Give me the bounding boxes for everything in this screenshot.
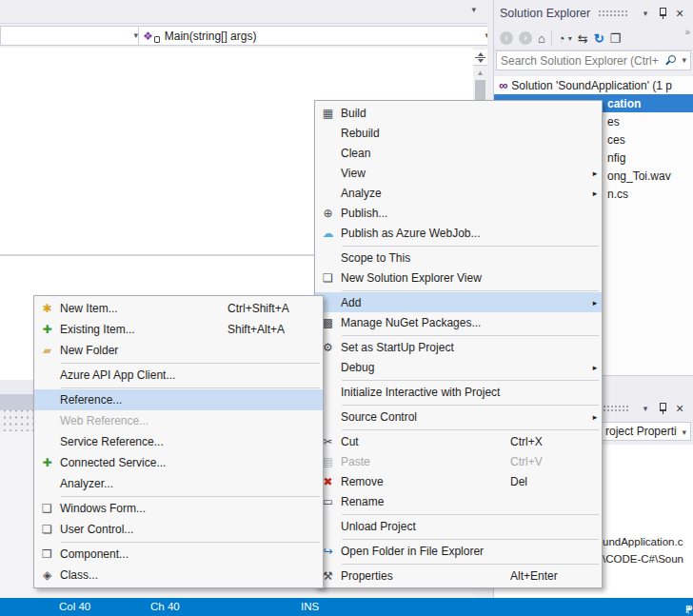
menu-item-label: New Folder [60, 344, 118, 357]
menu-item: ▸ [34, 361, 323, 365]
menu-item[interactable]: ▦ Build ▸ [315, 103, 602, 123]
menu-item-icon: ❏ [34, 524, 60, 535]
menu-item-shortcut: Shift+Alt+A [228, 323, 315, 336]
menu-item[interactable]: ✖ Remove Del ▸ [315, 471, 602, 491]
menu-item[interactable]: Debug ▸ [315, 357, 602, 377]
menu-item-label: Paste [341, 455, 370, 468]
menu-item[interactable]: Scope to This ▸ [315, 248, 602, 268]
menu-item: ▸ [315, 427, 602, 431]
collapse-all-icon[interactable]: ❐ [610, 32, 622, 45]
menu-item[interactable]: ✂ Cut Ctrl+X ▸ [315, 431, 602, 451]
menu-item-label: Publish as Azure WebJob... [341, 227, 481, 240]
menu-item[interactable]: ▩ Manage NuGet Packages... ▸ [315, 312, 602, 332]
window-position-icon[interactable]: ▾ [638, 401, 653, 416]
menu-item[interactable]: ⚙ Set as StartUp Project ▸ [315, 337, 602, 357]
submenu-arrow-icon: ▸ [588, 189, 602, 198]
menu-item[interactable]: Analyze ▸ [315, 183, 602, 203]
menu-item-label: Properties [341, 569, 393, 583]
navigation-bar-top: ▾ [0, 0, 487, 24]
menu-item-label: Windows Form... [60, 502, 146, 515]
menu-item-icon: ◈ [34, 569, 60, 581]
solution-explorer-toolbar: ‹ › ⌂ ◔ ▾ ⇆ ↻ ❐ » [494, 27, 693, 50]
menu-item-label: Web Reference... [60, 414, 148, 427]
visual-studio-solution-icon: ∞ [499, 78, 507, 92]
search-options-icon[interactable]: ▾ [682, 56, 686, 65]
home-icon[interactable]: ⌂ [538, 32, 545, 45]
menu-item[interactable]: Unload Project ▸ [315, 516, 602, 536]
property-value: \CODE-C#\Soun [603, 553, 683, 565]
menu-item-label: Azure API App Client... [60, 368, 175, 382]
window-position-icon[interactable]: ▾ [638, 6, 653, 21]
tree-item-solution[interactable]: ∞ Solution 'SoundApplication' (1 p [494, 76, 693, 94]
pending-changes-filter-icon[interactable]: ◔ [558, 32, 565, 45]
tree-item-label: n.cs [607, 188, 628, 201]
menu-item[interactable]: Service Reference... ▸ [34, 431, 323, 452]
menu-item: ▸ [34, 386, 323, 389]
pin-icon[interactable] [655, 401, 670, 416]
menu-item[interactable]: ❏ New Solution Explorer View ▸ [315, 268, 602, 288]
menu-item[interactable]: Reference... ▸ [34, 389, 323, 410]
menu-item-label: Build [341, 107, 366, 120]
menu-item-label: View [341, 167, 366, 180]
scroll-up-arrow-icon[interactable]: ▲ [473, 69, 487, 77]
menu-item-icon: ✚ [34, 324, 60, 335]
menu-item: ▸ [315, 561, 602, 566]
property-value: undApplication.c [603, 536, 683, 547]
menu-item[interactable]: Source Control ▸ [315, 407, 602, 427]
toolbar-overflow-icon[interactable]: » [684, 27, 690, 37]
pin-icon[interactable] [655, 6, 670, 21]
menu-item[interactable]: ▭ Rename ▸ [315, 491, 602, 511]
menu-item[interactable]: ↪ Open Folder in File Explorer ▸ [315, 541, 602, 561]
split-editor-handle[interactable] [473, 50, 487, 66]
sync-with-active-document-icon[interactable]: ⇆ [578, 32, 588, 45]
navigation-bar: ▾ ❖ Main(string[] args) ▾ [0, 24, 487, 48]
menu-item[interactable]: Rebuild ▸ [315, 123, 602, 143]
search-icon[interactable] [665, 55, 676, 66]
menu-item[interactable]: ✱ New Item... Ctrl+Shift+A ▸ [34, 298, 323, 319]
menu-item[interactable]: ◈ Class... ▸ [34, 565, 323, 586]
back-icon[interactable]: ‹ [500, 31, 513, 45]
menu-item[interactable]: ☁ Publish as Azure WebJob... ▸ [315, 223, 602, 243]
menu-item[interactable]: ▰ New Folder ▸ [34, 340, 323, 361]
menu-item[interactable]: Clean ▸ [315, 143, 602, 163]
menu-item-label: Debug [341, 361, 374, 374]
refresh-icon[interactable]: ↻ [594, 32, 604, 45]
menu-item[interactable]: ❒ Component... ▸ [34, 544, 323, 565]
tree-item-label: nfig [607, 151, 625, 165]
menu-item[interactable]: ✚ Existing Item... Shift+Alt+A ▸ [34, 319, 323, 340]
tree-item-label: ong_Toi.wav [607, 169, 671, 183]
scope-dropdown[interactable]: ▾ [0, 26, 143, 46]
menu-item-label: Connected Service... [60, 456, 166, 469]
menu-item[interactable]: Analyzer... ▸ [34, 473, 323, 494]
chevron-down-icon[interactable]: ▾ [568, 34, 572, 43]
menu-item[interactable]: View ▸ [315, 163, 602, 183]
close-icon[interactable]: × [672, 401, 687, 416]
menu-item[interactable]: ❏ User Control... ▸ [34, 519, 323, 540]
search-box[interactable]: ▾ [496, 50, 691, 70]
menu-item-shortcut: Del [510, 475, 588, 488]
status-character-indicator: Ch 40 [150, 601, 180, 612]
menu-item-label: New Solution Explorer View [341, 271, 482, 285]
menu-item[interactable]: ⚒ Properties Alt+Enter ▸ [315, 566, 602, 586]
chevron-down-icon[interactable]: ▾ [471, 6, 476, 14]
menu-item[interactable]: ✚ Connected Service... ▸ [34, 452, 323, 473]
menu-item-label: Rename [341, 495, 384, 508]
member-dropdown[interactable]: ❖ Main(string[] args) ▾ [138, 26, 494, 46]
menu-item[interactable]: Initialize Interactive with Project ▸ [315, 382, 602, 402]
chevron-down-icon: ▾ [682, 428, 686, 437]
search-input[interactable] [497, 54, 665, 68]
forward-icon[interactable]: › [519, 31, 532, 45]
menu-item-label: Manage NuGet Packages... [341, 316, 481, 329]
menu-item-label: New Item... [60, 302, 118, 315]
split-up-icon [478, 52, 484, 56]
menu-item[interactable]: ⊕ Publish... ▸ [315, 203, 602, 223]
menu-item[interactable]: Azure API App Client... ▸ [34, 365, 323, 386]
menu-item-shortcut: Ctrl+V [510, 455, 588, 468]
menu-item[interactable]: Add ▸ [315, 292, 602, 312]
menu-item-icon: ❑ [34, 503, 60, 514]
menu-item-icon: ⊕ [315, 208, 341, 219]
menu-item-label: Existing Item... [60, 323, 135, 336]
menu-item[interactable]: ❑ Windows Form... ▸ [34, 498, 323, 519]
solution-explorer-titlebar[interactable]: Solution Explorer ▾ × [494, 0, 693, 27]
close-icon[interactable]: × [672, 6, 687, 21]
